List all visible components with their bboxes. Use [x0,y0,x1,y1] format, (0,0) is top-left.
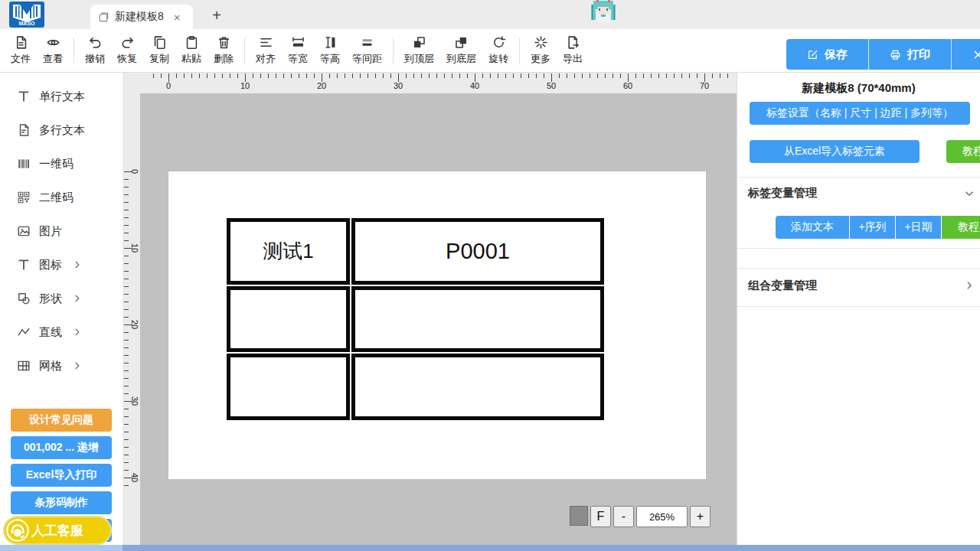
excel-import-button[interactable]: 从Excel导入标签元素 [750,140,920,163]
toolbar-button-label: 文件 [11,52,31,66]
sidebar-item-image[interactable]: 图片 [0,214,122,248]
zoom-in-button[interactable]: + [690,506,710,527]
toolbar-button-eye[interactable]: 查看 [37,31,69,70]
toolbar-button-label: 删除 [214,52,234,66]
align-icon [259,35,273,50]
label-settings-button[interactable]: 标签设置（名称 | 尺寸 | 边距 | 多列等） [750,102,970,125]
divider [737,268,980,269]
toolbar-divider [74,37,74,64]
group-section-title: 组合变量管理 [748,279,817,293]
sidebar-item-barcode[interactable]: 一维码 [0,147,122,181]
shape-icon [17,292,31,305]
toolbar-button-trash[interactable]: 删除 [207,31,240,70]
sidebar-item-label: 网格 [39,359,62,373]
sidebar-item-single-text[interactable]: 单行文本 [0,80,122,113]
color-swatch[interactable] [570,506,588,526]
tutorial-button[interactable]: 教程 [946,140,980,163]
quick-button[interactable]: Excel导入打印 [11,464,112,487]
sidebar-item-line[interactable]: 直线 [0,315,122,349]
barcode-icon [17,157,31,171]
toolbar-button-label: 旋转 [488,52,508,66]
quick-button[interactable]: 001,002 ... 递增 [11,436,112,459]
toolbar-button-send-back[interactable]: 到底层 [440,31,482,70]
zoom-controls: F - 265% + [570,506,713,527]
toolbar-button-file[interactable]: 文件 [5,31,37,70]
rotate-icon [492,35,506,50]
divider [737,306,980,307]
toolbar-button-bring-front[interactable]: 到顶层 [398,31,440,70]
paste-icon [185,35,199,50]
print-action-button[interactable]: 打印 [868,39,951,70]
file-icon [14,35,28,50]
tab-document-icon [98,11,109,23]
action-button-label: 保存 [825,47,848,62]
variable-button[interactable]: +日期 [896,216,941,239]
sidebar-item-shape[interactable]: 形状 [0,282,122,315]
more-icon [534,35,548,50]
tab-template[interactable]: 新建模板8 × [90,5,193,29]
table-cell[interactable] [351,286,604,353]
support-label: 人工客服 [31,522,83,540]
sidebar-item-grid[interactable]: 网格 [0,349,122,383]
quick-button[interactable]: 设计常见问题 [11,409,112,432]
toolbar-button-label: 导出 [563,52,583,66]
toolbar-button-equal-height[interactable]: 等高 [314,31,346,70]
zoom-out-button[interactable]: - [613,506,634,527]
scrollbar-horizontal[interactable] [122,545,980,551]
table-cell[interactable]: 测试1 [227,218,350,285]
variable-buttons: 添加文本+序列+日期教程 [776,216,980,239]
sidebar-item-multiline-text[interactable]: 多行文本 [0,113,122,147]
toolbar-button-label: 到顶层 [404,52,434,66]
toolbar-button-equal-width[interactable]: 等宽 [282,31,314,70]
zoom-level[interactable]: 265% [636,506,688,527]
export-icon [566,35,580,50]
toolbar-button-align[interactable]: 对齐 [250,31,282,70]
table-cell[interactable]: P0001 [351,218,604,285]
variable-button[interactable]: 添加文本 [776,216,849,239]
chevron-down-icon[interactable] [964,188,975,199]
save-action-button[interactable]: 保存 [786,39,868,70]
scrollbar-left[interactable] [0,545,122,551]
toolbar-button-paste[interactable]: 粘贴 [175,31,207,70]
toolbar-button-redo[interactable]: 恢复 [111,31,143,70]
label-page[interactable]: 测试1P0001 [168,171,706,479]
toolbar-button-label: 粘贴 [181,52,201,66]
action-button-group: 保存打印返回 [786,39,980,70]
horizontal-ruler: 010203040506070 [122,73,737,93]
support-button[interactable]: 人工客服 [3,516,112,545]
fit-button[interactable]: F [590,506,611,527]
sidebar-item-label: 二维码 [39,191,74,205]
chevron-right-icon [73,328,82,337]
toolbar-button-copy[interactable]: 复制 [143,31,175,70]
grid-icon [17,359,31,373]
toolbar-button-label: 等高 [320,52,340,66]
table-cell[interactable] [351,354,604,420]
toolbar-button-export[interactable]: 导出 [557,31,589,70]
sidebar-item-label: 直线 [39,325,62,340]
sidebar-tools: 单行文本多行文本一维码二维码图片图标形状直线网格 [0,80,122,383]
sidebar-item-label: 形状 [39,292,62,306]
sidebar-item-glyph[interactable]: 图标 [0,248,122,282]
quick-button[interactable]: 条形码制作 [11,491,112,514]
tab-close-icon[interactable]: × [174,11,181,23]
toolbar-button-rotate[interactable]: 旋转 [482,31,514,70]
toolbar-divider [244,37,245,64]
tutorial-button[interactable]: 教程 [942,216,980,239]
table-cell[interactable] [227,354,350,420]
glyph-icon [17,258,31,272]
variable-button[interactable]: +序列 [850,216,895,239]
sidebar-quick-buttons: 设计常见问题001,002 ... 递增Excel导入打印条形码制作 [11,409,112,519]
qrcode-icon [17,191,31,204]
topbar: MASO 新建模板8 × + [0,0,980,29]
toolbar-button-more[interactable]: 更多 [524,31,557,70]
vertical-ruler: 010203040 [122,73,140,546]
toolbar-button-undo[interactable]: 撤销 [79,31,111,70]
new-tab-button[interactable]: + [207,5,227,25]
sidebar-item-qrcode[interactable]: 二维码 [0,181,122,214]
table-cell[interactable] [227,286,350,353]
design-canvas[interactable]: 010203040 010203040506070 测试1P0001 F - 2… [122,73,737,546]
copy-icon [152,35,167,50]
close-action-button[interactable]: 返回 [951,39,980,70]
chevron-right-icon[interactable] [964,280,975,291]
toolbar-button-equal-spacing[interactable]: 等间距 [346,31,388,70]
